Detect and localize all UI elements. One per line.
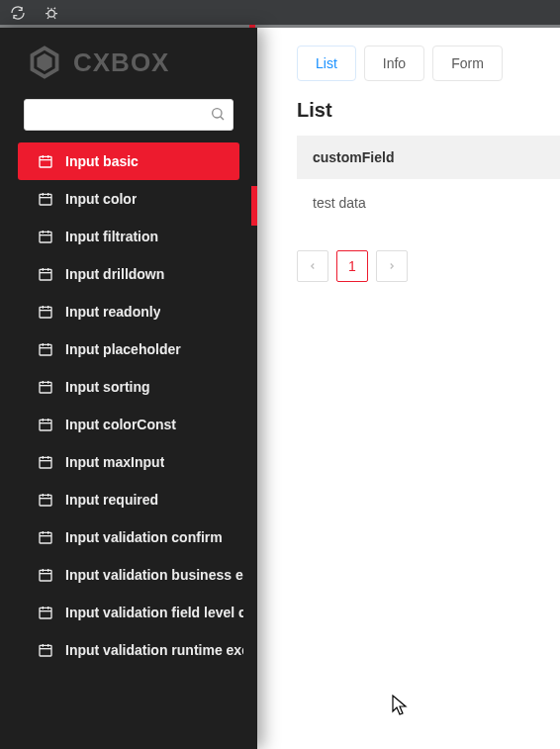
sidebar-item-label: Input basic: [65, 153, 139, 169]
tab-list[interactable]: List: [297, 46, 356, 81]
calendar-icon: [38, 379, 53, 395]
brand-logo-icon: [26, 44, 63, 81]
sidebar-item-13[interactable]: Input validation runtime exc: [0, 631, 257, 669]
sidebar-item-label: Input sorting: [65, 379, 150, 395]
active-indicator-stripe: [251, 186, 257, 226]
sidebar-item-7[interactable]: Input colorConst: [0, 406, 257, 443]
svg-rect-18: [40, 269, 51, 280]
calendar-icon: [38, 492, 53, 508]
refresh-icon[interactable]: [10, 5, 26, 21]
sidebar-item-5[interactable]: Input placeholder: [0, 330, 257, 368]
sidebar-item-label: Input maxInput: [65, 454, 164, 470]
calendar-icon: [38, 605, 53, 620]
pagination: 1: [297, 250, 560, 282]
svg-rect-14: [40, 232, 51, 242]
tab-form[interactable]: Form: [432, 46, 503, 81]
table-header-cell[interactable]: customField: [297, 136, 560, 179]
sidebar-item-10[interactable]: Input validation confirm: [0, 518, 257, 556]
bug-icon[interactable]: [44, 5, 59, 21]
sidebar-item-label: Input validation field level cu: [65, 605, 243, 620]
svg-rect-22: [40, 307, 51, 318]
sidebar-item-3[interactable]: Input drilldown: [0, 255, 257, 293]
svg-rect-6: [40, 156, 51, 167]
pagination-next[interactable]: [376, 250, 408, 282]
sidebar-menu: Input basicInput colorInput filtrationIn…: [0, 142, 257, 669]
sidebar-item-2[interactable]: Input filtration: [0, 218, 257, 255]
svg-point-4: [213, 109, 222, 118]
calendar-icon: [38, 529, 53, 545]
svg-line-5: [221, 117, 224, 120]
sidebar-item-label: Input placeholder: [65, 341, 181, 357]
svg-rect-42: [40, 495, 51, 506]
sidebar: CXBOX Input basicInput colorInput filtra…: [0, 28, 257, 749]
calendar-icon: [38, 304, 53, 320]
search-icon[interactable]: [210, 106, 226, 122]
svg-rect-46: [40, 532, 51, 543]
svg-rect-50: [40, 570, 51, 581]
svg-rect-30: [40, 382, 51, 393]
sidebar-item-label: Input drilldown: [65, 266, 164, 282]
sidebar-item-0[interactable]: Input basic: [18, 142, 239, 180]
data-table: customField test data: [297, 136, 560, 227]
calendar-icon: [38, 229, 53, 244]
calendar-icon: [38, 191, 53, 207]
sidebar-item-1[interactable]: Input color: [0, 180, 257, 218]
svg-point-0: [48, 10, 55, 17]
sidebar-search: [24, 99, 233, 131]
svg-rect-54: [40, 608, 51, 618]
search-input[interactable]: [24, 99, 233, 131]
sidebar-item-label: Input colorConst: [65, 417, 176, 432]
main-content: ListInfoForm List customField test data …: [257, 28, 560, 749]
sidebar-item-8[interactable]: Input maxInput: [0, 443, 257, 481]
sidebar-item-4[interactable]: Input readonly: [0, 293, 257, 330]
svg-rect-10: [40, 194, 51, 205]
tabs: ListInfoForm: [297, 46, 560, 81]
pagination-prev[interactable]: [297, 250, 328, 282]
sidebar-item-9[interactable]: Input required: [0, 481, 257, 518]
tab-info[interactable]: Info: [364, 46, 424, 81]
calendar-icon: [38, 454, 53, 470]
pagination-page-current[interactable]: 1: [336, 250, 368, 282]
sidebar-item-11[interactable]: Input validation business ex: [0, 556, 257, 594]
sidebar-item-label: Input readonly: [65, 304, 160, 320]
sidebar-item-label: Input filtration: [65, 229, 158, 244]
svg-rect-34: [40, 420, 51, 430]
sidebar-item-12[interactable]: Input validation field level cu: [0, 594, 257, 631]
calendar-icon: [38, 266, 53, 282]
sidebar-item-label: Input validation runtime exc: [65, 642, 243, 658]
devtools-topbar: [0, 0, 560, 25]
page-title: List: [297, 99, 560, 122]
svg-rect-26: [40, 344, 51, 355]
sidebar-item-label: Input color: [65, 191, 137, 207]
svg-rect-58: [40, 645, 51, 656]
calendar-icon: [38, 642, 53, 658]
calendar-icon: [38, 153, 53, 169]
svg-rect-38: [40, 457, 51, 468]
table-cell: test data: [297, 179, 560, 227]
calendar-icon: [38, 417, 53, 432]
calendar-icon: [38, 341, 53, 357]
calendar-icon: [38, 567, 53, 583]
brand: CXBOX: [0, 28, 257, 91]
sidebar-item-label: Input validation confirm: [65, 529, 223, 545]
brand-name: CXBOX: [73, 47, 169, 78]
sidebar-item-label: Input required: [65, 492, 158, 508]
sidebar-item-6[interactable]: Input sorting: [0, 368, 257, 406]
sidebar-item-label: Input validation business ex: [65, 567, 243, 583]
